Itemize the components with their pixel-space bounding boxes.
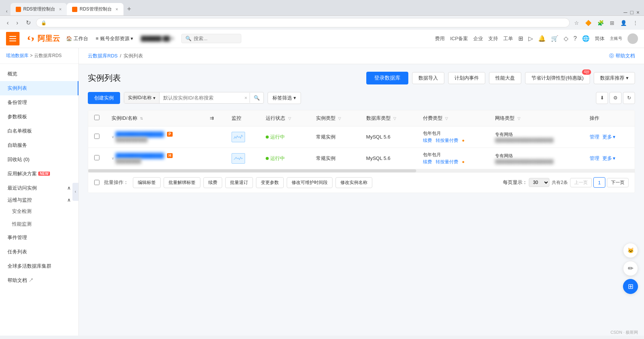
sidebar-section-ops[interactable]: 运维与监控 ∧ [0,193,78,205]
bulk-cancel-button[interactable]: 批量退订 [225,177,253,188]
tag-filter[interactable]: 标签筛选 ▾ [268,92,301,104]
close-button[interactable]: × [636,9,639,15]
float-avatar-button[interactable]: 🐱 [623,243,638,258]
cart-icon[interactable]: 🛒 [551,35,558,42]
star-button[interactable]: ☆ [573,19,581,27]
sidebar-item-app-solution[interactable]: 应用解决方案 NEW [0,167,78,181]
refresh-table-button[interactable]: ↻ [623,92,635,104]
row1-monitor-icon[interactable] [232,132,245,142]
search-clear-button[interactable]: × [242,93,250,103]
nav-fee[interactable]: 费用 [435,35,445,42]
browser-tab-1[interactable]: RDS管理控制台 × [11,3,67,15]
bulk-renew-button[interactable]: 续费 [203,177,222,188]
sidebar-item-global-cluster[interactable]: 全球多活数据库集群 [0,259,78,273]
bulk-edit-tags-button[interactable]: 编辑标签 [133,177,161,188]
sidebar-item-whitelist-template[interactable]: 白名单模板 [0,124,78,138]
sidebar-item-task-list[interactable]: 任务列表 [0,245,78,259]
maximize-button[interactable]: □ [630,9,633,15]
row1-instance-name[interactable]: ██████████████ [116,131,164,137]
login-db-button[interactable]: 登录数据库 [366,72,408,84]
bulk-change-params-button[interactable]: 变更参数 [256,177,284,188]
page-size-select[interactable]: 30 50 100 [529,178,549,187]
nav-workbench[interactable]: 🏠 工作台 [66,35,88,42]
help-icon[interactable]: ? [573,35,577,42]
row2-renew-link[interactable]: 续费 [423,159,432,165]
network-filter-icon[interactable]: ▽ [518,116,521,121]
sidebar-item-backup[interactable]: 备份管理 [0,95,78,110]
row2-more-dropdown[interactable]: 更多 ▾ [602,155,615,162]
profile-button[interactable]: 👤 [619,19,628,27]
save-plan-button[interactable]: 节省计划弹性型(特惠版) 4折 [525,72,590,84]
bulk-change-maintenance-button[interactable]: 修改可维护时间段 [287,177,333,188]
nav-region[interactable]: ██████ ██ ▾ [141,36,174,41]
breadcrumb-link-rds[interactable]: 云数据库RDS [88,53,117,59]
search-submit-button[interactable]: 🔍 [250,93,263,103]
status-filter-icon[interactable]: ▽ [288,116,291,121]
search-tag-selector[interactable]: 实例ID/名称 ▾ [124,92,159,103]
row2-expand-arrow[interactable]: ∨ [111,156,114,160]
row2-monitor-icon[interactable] [232,153,245,164]
nav-support[interactable]: 支持 [488,35,498,42]
sidebar-collapse-button[interactable]: ‹ [72,183,78,201]
sidebar-item-event-mgmt[interactable]: 事件管理 [0,231,78,245]
search-input[interactable] [159,93,242,103]
db-recommend-button[interactable]: 数据库推荐 ▾ [594,72,635,84]
row2-manage-link[interactable]: 管理 [590,155,599,162]
download-button[interactable]: ⬇ [596,92,608,104]
sidebar-item-perf-monitor[interactable]: 性能监测 [0,218,78,231]
lang-button[interactable]: 简体 [595,35,605,42]
bulk-select-checkbox[interactable] [94,180,99,185]
bookmark-icon[interactable]: ◇ [564,35,568,42]
hamburger-button[interactable] [6,32,20,45]
bulk-rename-button[interactable]: 修改实例名称 [336,177,372,188]
minimize-button[interactable]: ─ [623,9,627,15]
expand-icon[interactable]: ⇉ [210,115,214,121]
float-grid-button[interactable]: ⊞ [623,279,638,294]
row1-expand-arrow[interactable]: ∨ [111,135,114,139]
address-input[interactable]: rdsnext.console.aliyun.com/rdsList/cn-ha… [49,20,565,26]
forward-button[interactable]: › [14,19,20,27]
perf-dashboard-button[interactable]: 性能大盘 [489,72,521,84]
refresh-button[interactable]: ↻ [24,18,33,27]
row1-more-dropdown[interactable]: 更多 ▾ [602,134,615,140]
nav-enterprise[interactable]: 企业 [473,35,483,42]
sidebar-item-overview[interactable]: 概览 [0,67,78,81]
sidebar-item-help-doc[interactable]: 帮助文档 ↗ [0,273,78,288]
header-search-box[interactable]: 🔍 [181,34,241,43]
nav-ticket[interactable]: 工单 [503,35,513,42]
prev-page-button[interactable]: 上一页 [570,178,592,187]
extension2-button[interactable]: 🧩 [596,19,605,27]
bulk-unbind-tags-button[interactable]: 批量解绑标签 [164,177,200,188]
menu-button[interactable]: ⋮ [631,19,639,27]
nav-icp[interactable]: ICP备案 [450,35,468,42]
row2-switch-billing-link[interactable]: 转按量付费 [436,159,458,165]
sidebar-item-recycle[interactable]: 回收站 (0) [0,152,78,167]
create-instance-button[interactable]: 创建实例 [88,92,120,104]
row1-manage-link[interactable]: 管理 [590,134,599,140]
import-data-button[interactable]: 数据导入 [412,72,444,84]
row1-renew-link[interactable]: 续费 [423,137,432,144]
row1-checkbox[interactable] [94,134,99,139]
row1-switch-billing-link[interactable]: 转按量付费 [436,137,458,144]
back-button[interactable]: ‹ [5,19,11,27]
browser-tab-2[interactable]: RDS管理控制台 × [67,3,123,15]
avatar[interactable] [627,33,638,44]
address-bar[interactable]: 🔒 rdsnext.console.aliyun.com/rdsList/cn-… [36,18,570,27]
sidebar-breadcrumb-root[interactable]: 瑶池数据库 [6,53,29,59]
sidebar-item-self-service[interactable]: 自助服务 [0,138,78,152]
tab-close-2[interactable]: × [116,7,118,12]
plan-event-button[interactable]: 计划内事件 [448,72,485,84]
tab-back-arrow[interactable]: ‹ [3,7,11,15]
extension1-button[interactable]: 🔶 [584,19,593,27]
sidebar-item-param-template[interactable]: 参数模板 [0,110,78,124]
sidebar-item-instance-list[interactable]: 实例列表 [0,81,78,95]
select-all-checkbox[interactable] [94,115,99,120]
tab-close-1[interactable]: × [59,7,62,12]
nav-resources[interactable]: ≡ 账号全部资源 ▾ [96,35,133,42]
grid-icon[interactable]: ⊞ [518,35,523,42]
horizontal-scrollbar[interactable] [88,169,635,172]
row2-checkbox[interactable] [94,155,99,160]
float-edit-button[interactable]: ✏ [623,261,638,276]
sidebar-item-security-check[interactable]: 安全检测 [0,205,78,218]
video-icon[interactable]: ▷ [528,35,533,42]
